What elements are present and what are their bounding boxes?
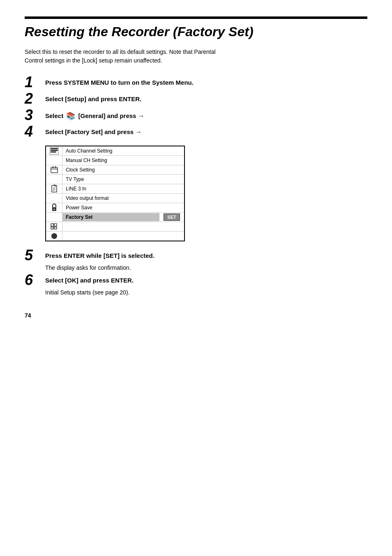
menu-icon-note (46, 184, 62, 193)
svg-rect-0 (51, 148, 58, 149)
menu-label-clock: Clock Setting (62, 166, 184, 174)
top-border (25, 16, 367, 19)
menu-row-1: Auto Channel Setting (46, 146, 184, 156)
svg-rect-13 (51, 224, 53, 226)
step-6-subtext: Initial Setup starts (see page 20). (45, 289, 367, 296)
svg-point-17 (51, 233, 57, 239)
set-button: SET (164, 213, 180, 221)
menu-label-power-save: Power Save (62, 204, 184, 212)
step-1: 1 Press SYSTEM MENU to turn on the Syste… (25, 76, 367, 90)
page-title: Resetting the Recorder (Factory Set) (25, 24, 367, 39)
menu-label-auto-channel: Auto Channel Setting (62, 147, 184, 155)
svg-rect-2 (51, 151, 56, 153)
menu-label-factory-set: Factory Set (62, 213, 159, 221)
step-3: 3 Select 📚 [General] and press → (25, 109, 367, 123)
step-4-arrow: → (135, 128, 142, 135)
menu-label-manual-ch: Manual CH Setting (62, 156, 184, 164)
step-4-content: Select [Factory Set] and press → (45, 126, 142, 137)
step-5-content: Press ENTER while [SET] is selected. (45, 250, 154, 260)
step-3-content: Select 📚 [General] and press → (45, 109, 145, 121)
menu-row-2: Manual CH Setting (46, 156, 184, 165)
step-5-number: 5 (25, 248, 45, 263)
menu-icon-empty-1 (46, 156, 62, 165)
menu-diagram: Auto Channel Setting Manual CH Setting C… (45, 146, 185, 241)
step-3-arrow: → (138, 112, 145, 119)
menu-label-video-output: Video output format (62, 194, 184, 202)
general-inline-icon: 📚 (66, 111, 75, 121)
svg-rect-1 (51, 150, 58, 151)
step-2-content: Select [Setup] and press ENTER. (45, 93, 141, 103)
step-4: 4 Select [Factory Set] and press → (25, 126, 367, 139)
step-6-content: Select [OK] and press ENTER. (45, 274, 134, 285)
menu-icon-grid (46, 222, 62, 231)
step-1-number: 1 (25, 75, 45, 90)
steps-container: 1 Press SYSTEM MENU to turn on the Syste… (25, 76, 367, 296)
general-menu-icon (50, 147, 59, 155)
step-6-number: 6 (25, 273, 45, 287)
svg-rect-14 (54, 224, 57, 226)
menu-icon-clock (46, 165, 62, 174)
menu-icon-empty-2 (46, 175, 62, 184)
note-menu-icon (51, 185, 57, 193)
menu-set-cell: SET (159, 213, 184, 222)
menu-row-10 (46, 232, 184, 241)
step-4-number: 4 (25, 124, 45, 139)
intro-text: Select this to reset the recorder to all… (25, 48, 230, 65)
menu-row-8: Factory Set SET (46, 213, 184, 222)
step-6: 6 Select [OK] and press ENTER. (25, 274, 367, 287)
dot-menu-icon (51, 232, 58, 240)
step-3-number: 3 (25, 108, 45, 123)
svg-rect-15 (51, 227, 53, 229)
menu-label-dot (62, 235, 184, 237)
menu-label-grid (62, 225, 184, 228)
step-2: 2 Select [Setup] and press ENTER. (25, 93, 367, 106)
step-3-text: Select (45, 112, 63, 119)
step-3-text2: [General] and press (78, 112, 136, 119)
step-4-text: Select [Factory Set] and press (45, 128, 134, 135)
menu-row-5: LINE 3 In (46, 184, 184, 194)
menu-row-3: Clock Setting (46, 165, 184, 175)
step-5-subtext: The display asks for confirmation. (45, 264, 367, 271)
svg-rect-7 (55, 166, 56, 168)
step-2-number: 2 (25, 91, 45, 106)
menu-row-9 (46, 222, 184, 232)
menu-label-tv-type: TV Type (62, 175, 184, 183)
menu-icon-lock (46, 203, 62, 212)
menu-icon-dot (46, 232, 62, 241)
step-5: 5 Press ENTER while [SET] is selected. (25, 250, 367, 263)
step-1-content: Press SYSTEM MENU to turn on the System … (45, 76, 194, 87)
menu-icon-empty-3 (46, 194, 62, 203)
menu-row-4: TV Type (46, 175, 184, 184)
svg-point-12 (53, 209, 55, 210)
clock-menu-icon (51, 166, 58, 174)
menu-icon-general (46, 146, 62, 155)
grid-menu-icon (51, 223, 58, 230)
svg-rect-16 (54, 227, 57, 229)
page-number: 74 (25, 312, 367, 319)
svg-rect-4 (51, 167, 58, 173)
menu-row-6: Video output format (46, 194, 184, 203)
menu-label-line3: LINE 3 In (62, 185, 184, 193)
menu-row-7: Power Save (46, 203, 184, 213)
lock-menu-icon (51, 204, 57, 212)
svg-rect-6 (53, 166, 53, 168)
menu-icon-empty-4 (46, 213, 62, 222)
